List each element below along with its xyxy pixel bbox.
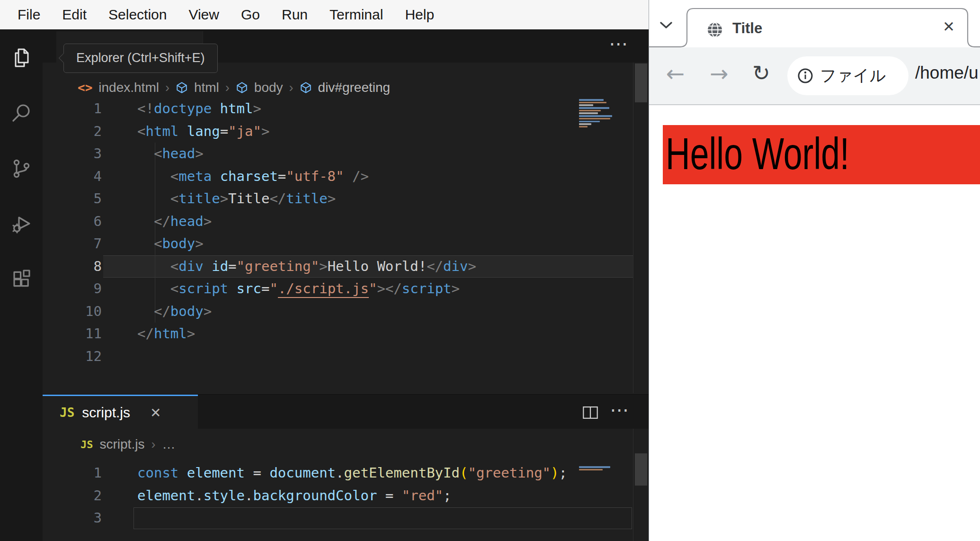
menu-view[interactable]: View bbox=[178, 7, 230, 23]
chevron-right-icon: › bbox=[165, 81, 169, 95]
panel-tab-bar: JS script.js ✕ ⋯ bbox=[43, 394, 649, 429]
minimap-line bbox=[579, 99, 604, 101]
line-number: 1 bbox=[43, 98, 102, 120]
menu-file[interactable]: File bbox=[7, 7, 51, 23]
code-editor-html[interactable]: 1<!doctype html>2<html lang="ja">3 <head… bbox=[43, 98, 649, 368]
panel-more-actions-icon[interactable]: ⋯ bbox=[610, 400, 629, 419]
search-icon[interactable] bbox=[9, 101, 33, 125]
minimap[interactable] bbox=[579, 99, 623, 129]
minimap-line bbox=[579, 104, 593, 106]
vscode-workbench: Explorer (Ctrl+Shift+E) ⋯ <> index.html … bbox=[0, 29, 649, 541]
tab-label: script.js bbox=[82, 405, 130, 421]
code-line-3[interactable]: 3 bbox=[43, 507, 649, 530]
menu-selection[interactable]: Selection bbox=[98, 7, 178, 23]
browser-toolbar: ← → ↻ ファイル /home/u bbox=[649, 47, 980, 105]
breadcrumb-item-body[interactable]: body bbox=[254, 80, 283, 95]
chevron-right-icon: › bbox=[289, 81, 294, 95]
extensions-icon[interactable] bbox=[9, 268, 33, 291]
code-line-5[interactable]: 5 <title>Title</title> bbox=[43, 188, 649, 210]
site-info-chip[interactable]: ファイル bbox=[787, 56, 909, 95]
minimap-line bbox=[579, 469, 603, 471]
scrollbar-thumb[interactable] bbox=[635, 453, 647, 486]
code-line-1[interactable]: 1<!doctype html> bbox=[43, 98, 649, 120]
code-line-11[interactable]: 11</html> bbox=[43, 323, 649, 345]
code-editor-js[interactable]: 1const element = document.getElementById… bbox=[43, 462, 649, 530]
menu-run[interactable]: Run bbox=[271, 7, 319, 23]
symbol-cube-icon bbox=[236, 81, 248, 94]
code-line-6[interactable]: 6 </head> bbox=[43, 210, 649, 233]
editor-more-actions-icon[interactable]: ⋯ bbox=[609, 34, 628, 53]
minimap-line bbox=[579, 466, 610, 468]
minimap-line bbox=[579, 115, 612, 117]
code-line-10[interactable]: 10 </body> bbox=[43, 300, 649, 323]
line-text: </html> bbox=[137, 323, 195, 345]
line-number: 3 bbox=[43, 507, 102, 530]
tab-script-js[interactable]: JS script.js ✕ bbox=[43, 395, 198, 429]
reload-button[interactable]: ↻ bbox=[752, 61, 770, 86]
hello-world-banner: Hello World! bbox=[663, 125, 980, 184]
menu-go[interactable]: Go bbox=[230, 7, 271, 23]
explorer-tooltip: Explorer (Ctrl+Shift+E) bbox=[63, 44, 218, 73]
line-text: <body> bbox=[137, 233, 204, 255]
minimap-line bbox=[579, 110, 601, 112]
breadcrumb-item-script-js[interactable]: script.js bbox=[100, 437, 145, 452]
breadcrumb-item-html[interactable]: html bbox=[194, 80, 219, 95]
symbol-cube-icon bbox=[300, 81, 312, 94]
code-line-12[interactable]: 12 bbox=[43, 345, 649, 368]
line-text: <title>Title</title> bbox=[137, 188, 336, 210]
js-file-icon: JS bbox=[60, 406, 74, 420]
breadcrumb: <> index.html › html › body › div#greeti… bbox=[43, 78, 649, 97]
code-line-2[interactable]: 2<html lang="ja"> bbox=[43, 120, 649, 143]
line-text: <meta charset="utf-8" /> bbox=[137, 165, 369, 188]
address-bar-url[interactable]: /home/u bbox=[915, 63, 979, 83]
close-tab-icon[interactable]: ✕ bbox=[150, 405, 161, 421]
line-number: 11 bbox=[43, 323, 102, 345]
js-file-icon: JS bbox=[80, 439, 93, 451]
chevron-right-icon: › bbox=[151, 437, 155, 452]
minimap-line bbox=[579, 121, 600, 123]
info-icon bbox=[797, 67, 814, 84]
run-debug-icon[interactable] bbox=[9, 212, 33, 236]
scrollbar-thumb[interactable] bbox=[635, 63, 647, 102]
breadcrumb-item-file[interactable]: index.html bbox=[98, 80, 159, 95]
code-line-9[interactable]: 9 <script src="./script.js"></script> bbox=[43, 278, 649, 300]
menu-edit[interactable]: Edit bbox=[51, 7, 98, 23]
globe-favicon bbox=[706, 21, 724, 39]
line-number: 5 bbox=[43, 188, 102, 210]
menu-terminal[interactable]: Terminal bbox=[319, 7, 394, 23]
breadcrumb-item-more[interactable]: … bbox=[162, 437, 175, 452]
line-text: </head> bbox=[137, 210, 212, 233]
minimap-line bbox=[579, 126, 588, 128]
menubar: FileEditSelectionViewGoRunTerminalHelp bbox=[0, 0, 649, 29]
menu-help[interactable]: Help bbox=[394, 7, 445, 23]
chevron-down-icon[interactable] bbox=[659, 21, 673, 31]
line-text: const element = document.getElementById(… bbox=[137, 462, 567, 485]
code-line-3[interactable]: 3 <head> bbox=[43, 143, 649, 165]
split-editor-icon[interactable] bbox=[582, 406, 598, 421]
line-number: 7 bbox=[43, 233, 102, 255]
code-line-1[interactable]: 1const element = document.getElementById… bbox=[43, 462, 649, 485]
tooltip-text: Explorer (Ctrl+Shift+E) bbox=[76, 51, 205, 65]
line-text: <html lang="ja"> bbox=[137, 120, 269, 143]
browser-tab-title[interactable]: Title bbox=[732, 20, 762, 37]
code-line-4[interactable]: 4 <meta charset="utf-8" /> bbox=[43, 165, 649, 188]
source-control-icon[interactable] bbox=[9, 157, 33, 180]
explorer-icon[interactable] bbox=[9, 46, 33, 70]
site-info-label: ファイル bbox=[820, 65, 886, 87]
close-tab-icon[interactable]: ✕ bbox=[943, 18, 955, 36]
line-text: </body> bbox=[137, 300, 212, 323]
html-file-icon: <> bbox=[78, 81, 92, 95]
scrollbar-divider bbox=[633, 429, 633, 541]
forward-button[interactable]: → bbox=[710, 61, 728, 87]
browser-page: Hello World! bbox=[649, 105, 980, 541]
code-line-8[interactable]: 8 <div id="greeting">Hello World!</div> bbox=[43, 255, 649, 278]
code-line-7[interactable]: 7 <body> bbox=[43, 233, 649, 255]
minimap[interactable] bbox=[579, 466, 623, 471]
breadcrumb-item-div-greeting[interactable]: div#greeting bbox=[318, 80, 391, 95]
panel-breadcrumb: JS script.js › … bbox=[43, 435, 175, 454]
minimap-line bbox=[579, 118, 610, 120]
code-line-2[interactable]: 2element.style.backgroundColor = "red"; bbox=[43, 485, 649, 507]
line-text: <head> bbox=[137, 143, 204, 165]
back-button[interactable]: ← bbox=[666, 61, 685, 87]
minimap-line bbox=[579, 123, 591, 125]
